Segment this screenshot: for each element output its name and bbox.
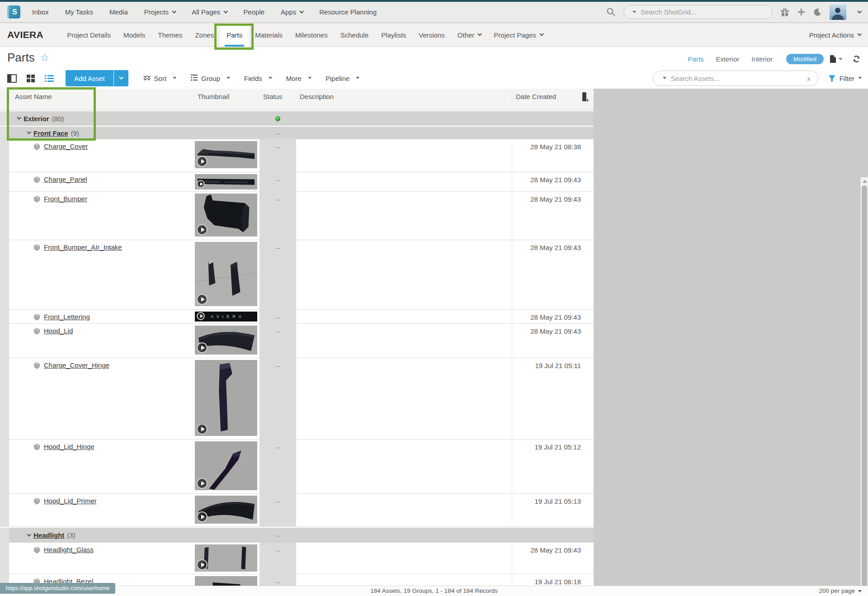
grid-view-icon[interactable] — [26, 74, 35, 83]
nav-item-my-tasks[interactable]: My Tasks — [65, 8, 93, 16]
play-button-icon[interactable] — [197, 424, 208, 435]
page-view-link-exterior[interactable]: Exterior — [716, 55, 740, 63]
group-bar[interactable]: Front Face(9) — [9, 127, 594, 139]
asset-thumbnail-hood-lid[interactable] — [195, 326, 257, 355]
favorite-star-icon[interactable]: ☆ — [40, 53, 49, 63]
asset-name-link[interactable]: Hood_Lid — [44, 327, 73, 335]
asset-name-link[interactable]: Charge_Panel — [44, 175, 87, 183]
toolbar-menu-group[interactable]: Group — [190, 74, 229, 82]
panel-view-icon[interactable] — [7, 74, 17, 83]
asset-thumbnail-front-lettering[interactable]: AVIERA — [195, 312, 257, 322]
column-header-description[interactable]: Description — [296, 89, 512, 110]
column-header-asset-name[interactable]: Asset Name — [0, 89, 194, 110]
asset-name-link[interactable]: Front_Lettering — [44, 313, 90, 321]
play-button-icon[interactable] — [197, 294, 208, 305]
asset-name-link[interactable]: Charge_Cover_Hinge — [44, 361, 109, 369]
nav-item-resource-planning[interactable]: Resource Planning — [319, 8, 377, 16]
play-button-icon[interactable] — [197, 478, 208, 489]
tab-materials[interactable]: Materials — [249, 23, 289, 47]
asset-name-link[interactable]: Headlight_Glass — [44, 546, 94, 553]
user-menu-chevron-icon[interactable] — [857, 9, 862, 13]
nav-item-people[interactable]: People — [243, 8, 264, 16]
play-button-icon[interactable] — [197, 312, 205, 320]
asset-thumbnail-headlight-glass[interactable] — [195, 544, 257, 572]
column-header-thumbnail[interactable]: Thumbnail — [194, 89, 259, 110]
scrollbar-thumb[interactable] — [862, 185, 867, 586]
per-page-selector[interactable]: 200 per page — [819, 586, 862, 596]
play-button-icon[interactable] — [197, 156, 208, 167]
group-expand-chevron-icon[interactable] — [17, 115, 21, 120]
group-bar[interactable]: Exterior(80) — [9, 111, 594, 126]
play-button-icon[interactable] — [197, 511, 208, 522]
group-name-link[interactable]: Exterior — [24, 115, 49, 123]
asset-name-link[interactable]: Front_Bumper — [44, 195, 87, 203]
asset-thumbnail-hood-lid-hinge[interactable] — [195, 441, 257, 490]
play-button-icon[interactable] — [197, 180, 205, 188]
asset-name-link[interactable]: Hood_Lid_Hinge — [44, 443, 94, 450]
tab-project-pages[interactable]: Project Pages — [487, 23, 549, 47]
add-asset-dropdown-button[interactable] — [113, 70, 128, 86]
page-view-link-parts[interactable]: Parts — [688, 55, 704, 63]
add-icon[interactable] — [797, 8, 806, 16]
tab-zones[interactable]: Zones — [189, 23, 220, 47]
search-scope-chevron-icon[interactable] — [663, 76, 666, 79]
toolbar-menu-pipeline[interactable]: Pipeline — [326, 74, 359, 82]
scrollbar-up-arrow[interactable] — [863, 180, 867, 183]
clear-search-icon[interactable]: x — [806, 75, 811, 82]
group-bar[interactable]: Headlight(3) — [9, 528, 594, 543]
asset-thumbnail-charge-cover[interactable] — [195, 141, 257, 168]
gift-icon[interactable] — [780, 8, 789, 17]
shotgrid-logo[interactable]: S — [7, 5, 20, 19]
asset-thumbnail-front-bumper-air-intake[interactable] — [195, 242, 257, 306]
tab-project-details[interactable]: Project Details — [61, 23, 117, 47]
tab-playlists[interactable]: Playlists — [375, 23, 412, 47]
add-column-icon[interactable]: + — [582, 92, 590, 103]
nav-item-all-pages[interactable]: All Pages — [192, 8, 227, 16]
asset-thumbnail-front-bumper[interactable] — [195, 194, 257, 237]
toolbar-menu-more[interactable]: More — [286, 74, 311, 82]
filter-menu[interactable]: Filter — [828, 75, 861, 82]
tab-parts[interactable]: Parts — [220, 23, 249, 47]
vertical-scrollbar[interactable] — [860, 177, 868, 586]
modified-badge[interactable]: Modified — [786, 54, 824, 64]
asset-search-box[interactable]: Search Assets... x — [653, 71, 818, 86]
list-view-icon-active[interactable] — [45, 75, 54, 82]
asset-thumbnail-charge-cover-hinge[interactable] — [195, 360, 257, 436]
play-button-icon[interactable] — [197, 559, 208, 570]
search-icon[interactable] — [606, 7, 616, 17]
global-search-box[interactable]: Search ShotGrid... — [623, 5, 773, 19]
group-name-link[interactable]: Headlight — [33, 531, 64, 539]
project-actions-menu[interactable]: Project Actions — [809, 31, 861, 39]
column-header-date-created[interactable]: Date Created — [512, 89, 594, 110]
user-avatar[interactable] — [830, 5, 846, 20]
group-expand-chevron-icon[interactable] — [27, 130, 31, 134]
group-expand-chevron-icon[interactable] — [27, 532, 31, 536]
dark-mode-icon[interactable] — [813, 8, 822, 16]
refresh-icon[interactable] — [852, 55, 861, 63]
add-asset-button[interactable]: Add Asset — [66, 70, 113, 86]
column-header-status[interactable]: Status — [259, 89, 296, 110]
asset-name-link[interactable]: Front_Bumper_AIr_Intake — [44, 243, 122, 251]
nav-item-media[interactable]: Media — [109, 8, 128, 16]
page-menu-chevron-icon[interactable] — [839, 57, 842, 60]
nav-item-apps[interactable]: Apps — [281, 8, 303, 16]
toolbar-menu-fields[interactable]: Fields — [244, 74, 271, 82]
toolbar-menu-sort[interactable]: Sort — [143, 74, 176, 82]
asset-name-link[interactable]: Hood_Lid_Primer — [44, 497, 97, 505]
page-document-icon[interactable] — [830, 55, 836, 63]
page-view-link-interior[interactable]: Interior — [751, 55, 773, 63]
tab-models[interactable]: Models — [117, 23, 151, 47]
tab-versions[interactable]: Versions — [412, 23, 451, 47]
tab-other[interactable]: Other — [451, 23, 488, 47]
nav-item-inbox[interactable]: Inbox — [32, 8, 49, 16]
asset-thumbnail-charge-panel[interactable] — [195, 174, 257, 189]
search-scope-chevron-icon[interactable] — [633, 9, 636, 13]
play-button-icon[interactable] — [197, 342, 208, 353]
tab-milestones[interactable]: Milestones — [289, 23, 334, 47]
nav-item-projects[interactable]: Projects — [144, 8, 175, 16]
asset-thumbnail-hood-lid-primer[interactable] — [195, 496, 257, 524]
tab-schedule[interactable]: Schedule — [334, 23, 375, 47]
group-name-link[interactable]: Front Face — [33, 129, 68, 137]
asset-name-link[interactable]: Charge_Cover — [44, 142, 88, 150]
tab-themes[interactable]: Themes — [151, 23, 189, 47]
